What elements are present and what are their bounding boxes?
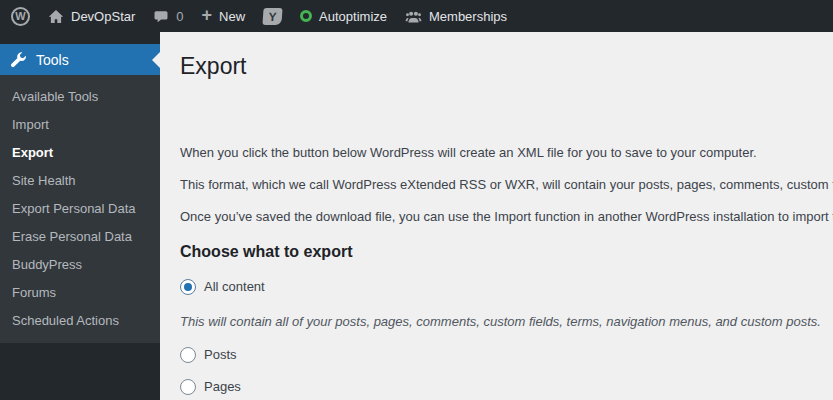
new-content-link[interactable]: + New — [193, 0, 255, 32]
sidebar-item-forums[interactable]: Forums — [0, 279, 160, 307]
intro-paragraph: Once you’ve saved the download file, you… — [180, 207, 833, 226]
tools-menu-label: Tools — [36, 52, 69, 68]
sidebar-item-export[interactable]: Export — [0, 139, 160, 167]
export-intro: When you click the button below WordPres… — [180, 143, 833, 226]
comments-count: 0 — [176, 9, 183, 24]
yoast-icon: Y — [262, 8, 282, 25]
sidebar-item-import[interactable]: Import — [0, 111, 160, 139]
export-options: All content This will contain all of you… — [180, 278, 833, 395]
radio-button[interactable] — [180, 379, 196, 395]
site-name-link[interactable]: DevOpStar — [39, 0, 144, 32]
autoptimize-label: Autoptimize — [319, 9, 387, 24]
autoptimize-ring-icon — [300, 10, 312, 22]
sidebar-item-scheduled-actions[interactable]: Scheduled Actions — [0, 307, 160, 335]
memberships-label: Memberships — [429, 9, 507, 24]
admin-bar: W DevOpStar 0 + New Y Autoptimize Member… — [0, 0, 833, 32]
sidebar-item-site-health[interactable]: Site Health — [0, 167, 160, 195]
current-menu-arrow — [152, 52, 160, 68]
export-option-all-content[interactable]: All content — [180, 278, 833, 295]
admin-sidebar: Tools Available ToolsImportExportSite He… — [0, 32, 160, 400]
export-option-pages[interactable]: Pages — [180, 378, 833, 395]
intro-paragraph: When you click the button below WordPres… — [180, 143, 833, 162]
site-name-label: DevOpStar — [71, 9, 135, 24]
page-title: Export — [180, 52, 833, 81]
tools-submenu: Available ToolsImportExportSite HealthEx… — [0, 75, 160, 343]
sidebar-item-erase-personal-data[interactable]: Erase Personal Data — [0, 223, 160, 251]
intro-paragraph: This format, which we call WordPress eXt… — [180, 175, 833, 194]
wordpress-menu[interactable]: W — [2, 0, 39, 32]
comment-icon — [153, 9, 169, 24]
home-icon — [48, 9, 64, 24]
memberships-link[interactable]: Memberships — [396, 0, 516, 32]
sidebar-item-available-tools[interactable]: Available Tools — [0, 83, 160, 111]
radio-button[interactable] — [180, 347, 196, 363]
wrench-icon — [9, 51, 27, 69]
comments-link[interactable]: 0 — [144, 0, 192, 32]
yoast-seo-link[interactable]: Y — [254, 0, 291, 32]
export-option-posts[interactable]: Posts — [180, 346, 833, 363]
groups-icon — [405, 9, 422, 24]
plus-icon: + — [202, 6, 213, 24]
radio-button[interactable] — [180, 279, 196, 295]
section-title: Choose what to export — [180, 242, 833, 262]
new-label: New — [219, 9, 245, 24]
sidebar-item-export-personal-data[interactable]: Export Personal Data — [0, 195, 160, 223]
option-description: This will contain all of your posts, pag… — [180, 312, 833, 331]
autoptimize-link[interactable]: Autoptimize — [291, 0, 396, 32]
export-page: Export When you click the button below W… — [160, 32, 833, 400]
wordpress-logo-icon: W — [11, 7, 30, 26]
sidebar-item-tools[interactable]: Tools — [0, 44, 160, 75]
sidebar-item-buddypress[interactable]: BuddyPress — [0, 251, 160, 279]
